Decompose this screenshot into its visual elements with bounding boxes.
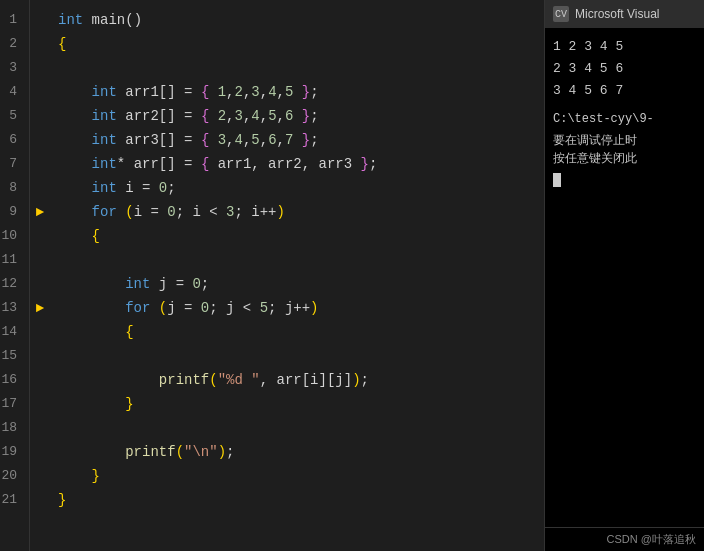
gutter-row xyxy=(30,416,50,440)
line-number: 15 xyxy=(0,344,23,368)
line-number: 9 xyxy=(0,200,23,224)
code-line xyxy=(58,56,544,80)
code-line: int j = 0; xyxy=(58,272,544,296)
line-number: 16 xyxy=(0,368,23,392)
gutter-row xyxy=(30,176,50,200)
code-line: printf("%d ", arr[i][j]); xyxy=(58,368,544,392)
console-output-line: 3 4 5 6 7 xyxy=(553,80,696,102)
line-number: 5 xyxy=(0,104,23,128)
gutter-row xyxy=(30,488,50,512)
gutter-row: ► xyxy=(30,200,50,224)
code-line: int arr3[] = { 3,4,5,6,7 }; xyxy=(58,128,544,152)
line-number: 2 xyxy=(0,32,23,56)
gutter-row: ► xyxy=(30,296,50,320)
console-body: 1 2 3 4 52 3 4 5 63 4 5 6 7C:\test-cyy\9… xyxy=(545,28,704,527)
line-number: 18 xyxy=(0,416,23,440)
gutter-row xyxy=(30,440,50,464)
console-cursor xyxy=(553,173,561,187)
gutter-row xyxy=(30,128,50,152)
console-footer: CSDN @叶落追秋 xyxy=(545,527,704,551)
line-number: 4 xyxy=(0,80,23,104)
code-line: int* arr[] = { arr1, arr2, arr3 }; xyxy=(58,152,544,176)
line-number: 21 xyxy=(0,488,23,512)
gutter-row xyxy=(30,344,50,368)
gutter-row xyxy=(30,56,50,80)
gutter-row xyxy=(30,392,50,416)
code-line: printf("\n"); xyxy=(58,440,544,464)
console-note1: 要在调试停止时 xyxy=(553,132,696,150)
code-line xyxy=(58,344,544,368)
code-content: int main(){ int arr1[] = { 1,2,3,4,5 }; … xyxy=(50,0,544,551)
gutter-row xyxy=(30,8,50,32)
console-output-line: 1 2 3 4 5 xyxy=(553,36,696,58)
console-path: C:\test-cyy\9- xyxy=(553,108,696,130)
debug-arrow-icon: ► xyxy=(36,204,44,220)
debug-arrow-icon: ► xyxy=(36,300,44,316)
code-line: { xyxy=(58,224,544,248)
gutter: ►► xyxy=(30,0,50,551)
line-number: 13 xyxy=(0,296,23,320)
console-icon: CV xyxy=(553,6,569,22)
code-editor: 123456789101112131415161718192021 ►► int… xyxy=(0,0,545,551)
line-number: 19 xyxy=(0,440,23,464)
console-output-line: 2 3 4 5 6 xyxy=(553,58,696,80)
gutter-row xyxy=(30,152,50,176)
console-title: Microsoft Visual xyxy=(575,7,659,21)
gutter-row xyxy=(30,368,50,392)
code-line: { xyxy=(58,32,544,56)
gutter-row xyxy=(30,224,50,248)
code-line xyxy=(58,416,544,440)
line-number: 1 xyxy=(0,8,23,32)
gutter-row xyxy=(30,248,50,272)
code-line: int arr2[] = { 2,3,4,5,6 }; xyxy=(58,104,544,128)
line-numbers: 123456789101112131415161718192021 xyxy=(0,0,30,551)
gutter-row xyxy=(30,464,50,488)
console-note2: 按任意键关闭此 xyxy=(553,150,696,168)
line-number: 6 xyxy=(0,128,23,152)
line-number: 10 xyxy=(0,224,23,248)
code-line: for (i = 0; i < 3; i++) xyxy=(58,200,544,224)
code-line: } xyxy=(58,392,544,416)
code-line: } xyxy=(58,464,544,488)
gutter-row xyxy=(30,80,50,104)
code-line xyxy=(58,248,544,272)
code-line: for (j = 0; j < 5; j++) xyxy=(58,296,544,320)
gutter-row xyxy=(30,32,50,56)
line-number: 11 xyxy=(0,248,23,272)
code-line: int main() xyxy=(58,8,544,32)
line-number: 3 xyxy=(0,56,23,80)
console-panel: CV Microsoft Visual 1 2 3 4 52 3 4 5 63 … xyxy=(545,0,704,551)
line-number: 17 xyxy=(0,392,23,416)
line-number: 8 xyxy=(0,176,23,200)
gutter-row xyxy=(30,272,50,296)
code-line: { xyxy=(58,320,544,344)
code-line: int i = 0; xyxy=(58,176,544,200)
gutter-row xyxy=(30,104,50,128)
code-line: } xyxy=(58,488,544,512)
line-number: 12 xyxy=(0,272,23,296)
code-line: int arr1[] = { 1,2,3,4,5 }; xyxy=(58,80,544,104)
line-number: 7 xyxy=(0,152,23,176)
console-header: CV Microsoft Visual xyxy=(545,0,704,28)
line-number: 20 xyxy=(0,464,23,488)
line-number: 14 xyxy=(0,320,23,344)
gutter-row xyxy=(30,320,50,344)
